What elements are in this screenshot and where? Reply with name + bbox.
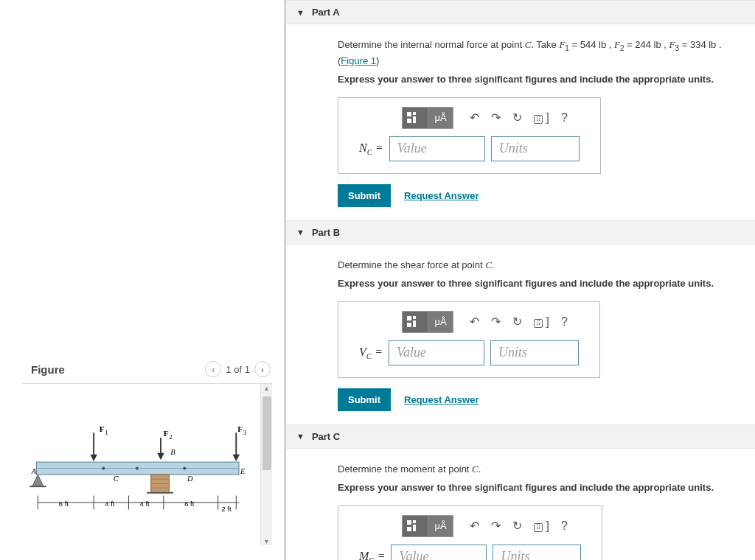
svg-point-11 [183, 467, 186, 470]
svg-text:4 ft: 4 ft [105, 500, 115, 508]
scroll-down-icon[interactable]: ▾ [265, 537, 268, 545]
part-a-request-answer-link[interactable]: Request Answer [404, 190, 479, 201]
part-a-desc: Determine the internal normal force at p… [338, 38, 733, 68]
templates-button[interactable] [403, 516, 428, 536]
part-b-request-answer-link[interactable]: Request Answer [404, 394, 479, 405]
svg-marker-13 [90, 455, 97, 461]
part-a-body: Determine the internal normal force at p… [286, 24, 755, 220]
svg-text:1: 1 [105, 429, 108, 436]
part-a-value-input[interactable]: Value [389, 136, 485, 161]
answer-toolbar: μÅ ↶ ↷ ↻ ⠿ ] ? [402, 107, 580, 129]
symbols-button[interactable]: μÅ [428, 516, 453, 536]
part-c-instr: Express your answer to three significant… [338, 480, 733, 495]
reset-button[interactable]: ↻ [508, 517, 526, 534]
redo-button[interactable]: ↷ [487, 517, 505, 534]
help-button[interactable]: ? [557, 314, 572, 330]
keyboard-button[interactable]: ⠿ ] [529, 518, 554, 534]
svg-text:2: 2 [169, 433, 172, 441]
part-a-submit-button[interactable]: Submit [338, 184, 391, 207]
part-b-body: Determine the shear force at point C. Ex… [286, 245, 755, 424]
part-a-title: Part A [312, 7, 340, 18]
part-b-title: Part B [312, 227, 340, 238]
symbols-button[interactable]: μÅ [428, 312, 453, 332]
redo-button[interactable]: ↷ [487, 109, 505, 126]
svg-text:F: F [237, 424, 243, 433]
svg-text:B: B [170, 448, 175, 456]
caret-down-icon: ▼ [296, 432, 305, 441]
figure-panel: Figure ‹ 1 of 1 › [0, 0, 284, 560]
prev-figure-button[interactable]: ‹ [205, 361, 221, 377]
part-a-header[interactable]: ▼ Part A [286, 0, 755, 24]
part-c-units-input[interactable]: Units [493, 545, 581, 560]
svg-point-10 [136, 467, 139, 470]
part-c-var: MC = [359, 550, 385, 561]
templates-button[interactable] [403, 108, 428, 128]
part-b-instr: Express your answer to three significant… [338, 276, 733, 291]
svg-text:F: F [100, 424, 105, 433]
figure-1-link[interactable]: Figure 1 [341, 55, 376, 66]
next-figure-button[interactable]: › [254, 361, 271, 377]
undo-button[interactable]: ↶ [465, 517, 484, 534]
svg-point-9 [102, 467, 105, 470]
part-b-desc: Determine the shear force at point C. [338, 258, 733, 273]
part-c-desc: Determine the moment at point C. [338, 462, 733, 477]
symbols-button[interactable]: μÅ [428, 108, 453, 128]
figure-scrollbar[interactable]: ▴ ▾ [260, 384, 272, 545]
figure-title: Figure [31, 363, 65, 376]
svg-marker-15 [157, 453, 164, 460]
beam-diagram: F1 F2 F3 A C B D E 6 ft 4 ft 4 ft 6 ft 2… [22, 384, 260, 545]
undo-button[interactable]: ↶ [465, 313, 484, 330]
svg-text:6 ft: 6 ft [184, 500, 195, 508]
part-a-answer-box: μÅ ↶ ↷ ↻ ⠿ ] ? NC = Value Units [338, 97, 601, 174]
part-c-answer-box: μÅ ↶ ↷ ↻ ⠿ ] ? MC = Value Units [338, 505, 602, 560]
svg-text:4 ft: 4 ft [140, 500, 150, 508]
svg-text:C: C [114, 475, 119, 483]
svg-text:E: E [240, 467, 246, 475]
redo-button[interactable]: ↷ [487, 313, 505, 330]
part-a-units-input[interactable]: Units [491, 136, 580, 161]
keyboard-button[interactable]: ⠿ ] [529, 314, 554, 330]
scroll-up-icon[interactable]: ▴ [265, 384, 268, 392]
undo-button[interactable]: ↶ [465, 109, 484, 126]
part-b-value-input[interactable]: Value [389, 340, 484, 365]
part-b-answer-box: μÅ ↶ ↷ ↻ ⠿ ] ? VC = Value Units [338, 301, 600, 378]
svg-marker-2 [32, 475, 44, 486]
templates-button[interactable] [403, 312, 428, 332]
svg-text:3: 3 [243, 429, 246, 436]
keyboard-button[interactable]: ⠿ ] [529, 110, 554, 126]
part-c-title: Part C [312, 431, 340, 442]
svg-text:A: A [31, 467, 37, 475]
caret-down-icon: ▼ [296, 228, 305, 237]
part-c-value-input[interactable]: Value [391, 545, 487, 560]
scroll-thumb[interactable] [262, 396, 271, 470]
answer-toolbar: μÅ ↶ ↷ ↻ ⠿ ] ? [402, 515, 581, 537]
part-b-var: VC = [359, 346, 383, 360]
svg-text:F: F [164, 429, 169, 438]
svg-marker-17 [233, 455, 240, 461]
part-c-body: Determine the moment at point C. Express… [286, 449, 755, 560]
svg-text:D: D [187, 475, 193, 483]
part-b-units-input[interactable]: Units [490, 340, 579, 365]
part-a-instr: Express your answer to three significant… [338, 72, 733, 87]
caret-down-icon: ▼ [296, 8, 305, 17]
part-c-header[interactable]: ▼ Part C [286, 424, 755, 449]
svg-text:6 ft: 6 ft [59, 500, 69, 508]
figure-pager: ‹ 1 of 1 › [205, 361, 271, 377]
help-button[interactable]: ? [557, 518, 572, 534]
part-b-submit-button[interactable]: Submit [338, 388, 391, 411]
pager-text: 1 of 1 [226, 364, 250, 375]
reset-button[interactable]: ↻ [508, 313, 526, 330]
svg-text:2 ft: 2 ft [221, 505, 232, 513]
reset-button[interactable]: ↻ [508, 109, 526, 126]
part-a-var: NC = [359, 141, 383, 156]
answer-toolbar: μÅ ↶ ↷ ↻ ⠿ ] ? [402, 311, 579, 333]
part-b-header[interactable]: ▼ Part B [286, 220, 755, 245]
help-button[interactable]: ? [557, 110, 572, 126]
